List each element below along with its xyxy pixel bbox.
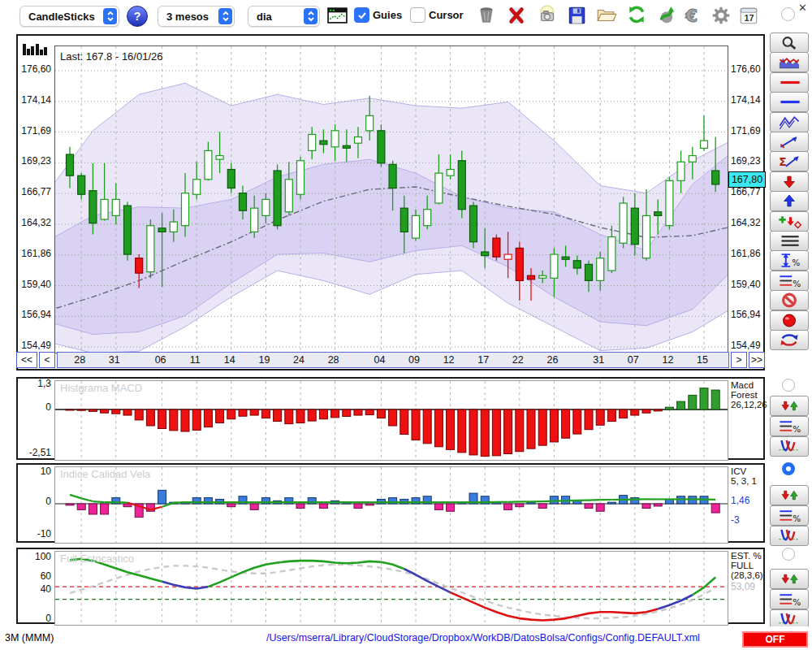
- icv-watermark: Indice Calidad Vela: [60, 468, 150, 480]
- icv-line-value: 1,46: [731, 496, 749, 505]
- date-tick[interactable]: 22: [507, 354, 529, 366]
- last-price-label: Last: 167.8 - 16/01/26: [60, 50, 162, 63]
- date-tick[interactable]: 11: [184, 354, 206, 366]
- date-tick[interactable]: 31: [103, 354, 126, 366]
- date-tick[interactable]: 12: [656, 354, 679, 366]
- price-tick-right: 171,69: [731, 125, 765, 136]
- macd-ytick: -2,51: [19, 447, 51, 458]
- icv-tools-radio[interactable]: [782, 462, 795, 475]
- date-tick[interactable]: 07: [622, 354, 645, 366]
- macd-legend: MacdForest26,12,26: [731, 380, 767, 410]
- date-tick[interactable]: 28: [322, 354, 345, 366]
- record-tool-button[interactable]: [770, 310, 809, 331]
- off-toggle-button[interactable]: OFF: [742, 631, 808, 648]
- date-tick[interactable]: 26: [541, 354, 564, 366]
- date-tick[interactable]: 15: [691, 354, 714, 366]
- macd-plot[interactable]: [54, 380, 728, 461]
- mini-chart-icon[interactable]: [326, 4, 348, 26]
- scroll-forward-button[interactable]: >: [731, 352, 747, 368]
- icv-legend: ICV5, 3, 1: [731, 466, 757, 486]
- macd-tools-updown-arrows-button[interactable]: [770, 396, 809, 416]
- stoch-tools-updown-arrows-button[interactable]: [770, 569, 809, 589]
- price-tick-left: 161,86: [19, 248, 51, 259]
- config-path: /Users/mserra/Library/CloudStorage/Dropb…: [266, 632, 700, 644]
- stoch-tools-radio[interactable]: [782, 548, 795, 561]
- svg-text:%: %: [793, 279, 801, 288]
- chart-type-select[interactable]: CandleSticks: [19, 6, 119, 27]
- date-tick[interactable]: 17: [472, 354, 495, 366]
- guies-label: Guies: [373, 9, 402, 21]
- date-tick[interactable]: 04: [368, 354, 391, 366]
- close-icon[interactable]: ✕: [798, 2, 807, 14]
- open-folder-icon[interactable]: [594, 4, 616, 26]
- sync-back-icon[interactable]: [654, 4, 676, 26]
- symbol-label: 3M (MMM): [5, 632, 54, 644]
- indicator-panel-tool-button[interactable]: [770, 52, 809, 72]
- svg-text:%: %: [793, 424, 801, 434]
- delete-icon[interactable]: [505, 4, 527, 26]
- period-select[interactable]: 3 mesos: [158, 6, 235, 27]
- sum-trendline-tool-button[interactable]: Σ: [770, 151, 809, 171]
- forbidden-tool-button[interactable]: [770, 290, 809, 310]
- lines-percent-tool-button[interactable]: %: [770, 271, 809, 291]
- stochastic-plot[interactable]: [54, 551, 728, 626]
- date-navbar: << < 28310611141924280409121722263107121…: [16, 352, 765, 370]
- date-tick[interactable]: 14: [218, 354, 241, 366]
- charting-app: CandleSticks ? 3 mesos dia Guies Cursor: [0, 0, 812, 650]
- help-button[interactable]: ?: [127, 6, 148, 27]
- blue-up-arrow-tool-button[interactable]: [770, 191, 809, 211]
- chart-type-value: CandleSticks: [20, 11, 103, 23]
- date-tick[interactable]: 24: [287, 354, 310, 366]
- channel-tool-button[interactable]: [770, 112, 809, 132]
- guies-checkbox[interactable]: [354, 7, 369, 23]
- date-tick[interactable]: 12: [438, 354, 460, 366]
- date-tick[interactable]: 19: [253, 354, 275, 366]
- icv-tools-v-curve-button[interactable]: [770, 526, 809, 546]
- price-tick-right: 164,32: [731, 217, 765, 228]
- recycle-tool-button[interactable]: [770, 330, 809, 350]
- range-percent-tool-button[interactable]: %: [770, 250, 809, 271]
- scroll-fast-back-button[interactable]: <<: [16, 352, 37, 368]
- euro-icon[interactable]: €: [682, 4, 704, 26]
- trash-icon[interactable]: [475, 4, 497, 26]
- cursor-checkbox[interactable]: [410, 7, 425, 23]
- calendar-icon[interactable]: 17: [737, 4, 759, 26]
- stoch-ytick: 60: [19, 570, 51, 582]
- save-icon[interactable]: [565, 4, 587, 26]
- red-hline-tool-button[interactable]: [770, 72, 809, 93]
- scroll-back-button[interactable]: <: [39, 352, 55, 368]
- levels-tool-button[interactable]: [770, 231, 809, 251]
- date-tick[interactable]: 31: [587, 354, 610, 366]
- macd-tools-v-curve-button[interactable]: [770, 436, 809, 457]
- date-tick[interactable]: 09: [403, 354, 425, 366]
- cursor-label: Cursor: [429, 9, 464, 21]
- svg-text:Σ: Σ: [779, 155, 786, 168]
- refresh-icon[interactable]: [625, 4, 647, 26]
- macd-tools-radio[interactable]: [782, 379, 795, 392]
- signal-markers-tool-button[interactable]: [770, 211, 809, 232]
- icv-plot[interactable]: [54, 466, 728, 544]
- snapshot-icon[interactable]: [536, 4, 558, 26]
- stoch-d-value: 53,09: [731, 582, 755, 592]
- blue-hline-tool-button[interactable]: [770, 92, 809, 112]
- candlestick-plot[interactable]: [54, 46, 728, 353]
- icv-tools-lines-percent-button[interactable]: %: [770, 505, 809, 526]
- icv-tools-updown-arrows-button[interactable]: [770, 485, 809, 505]
- toolbar-radio[interactable]: [781, 7, 795, 21]
- volume-histogram-icon[interactable]: [21, 39, 50, 58]
- interval-select[interactable]: dia: [248, 6, 320, 27]
- macd-tools-lines-percent-button[interactable]: %: [770, 416, 809, 436]
- period-value: 3 mesos: [158, 11, 218, 23]
- zoom-tool-button[interactable]: [770, 32, 809, 53]
- red-down-arrow-tool-button[interactable]: [770, 171, 809, 192]
- trendline-tool-button[interactable]: [770, 132, 809, 152]
- stoch-tools-lines-percent-button[interactable]: %: [770, 589, 809, 609]
- price-tick-right: 176,60: [731, 63, 765, 75]
- date-tick[interactable]: 28: [68, 354, 91, 366]
- price-tick-right: 154,49: [731, 340, 765, 351]
- date-strip[interactable]: 283106111419242804091217222631071215: [57, 352, 729, 368]
- settings-icon[interactable]: [710, 4, 732, 26]
- scroll-fast-forward-button[interactable]: >>: [749, 352, 765, 368]
- price-tick-left: 159,40: [19, 279, 51, 290]
- date-tick[interactable]: 06: [149, 354, 172, 366]
